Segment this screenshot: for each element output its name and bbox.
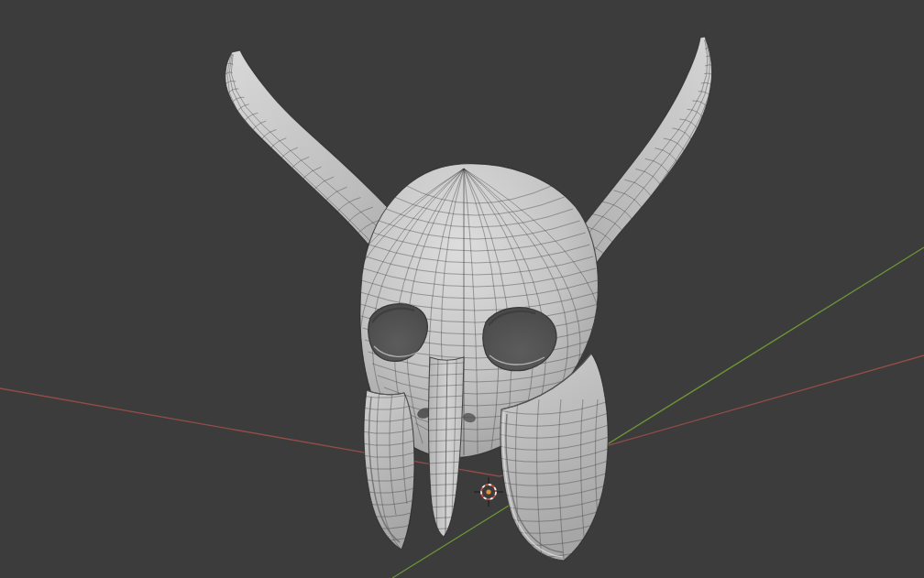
viewport-3d[interactable] — [0, 0, 924, 578]
viewport-canvas — [0, 0, 924, 578]
